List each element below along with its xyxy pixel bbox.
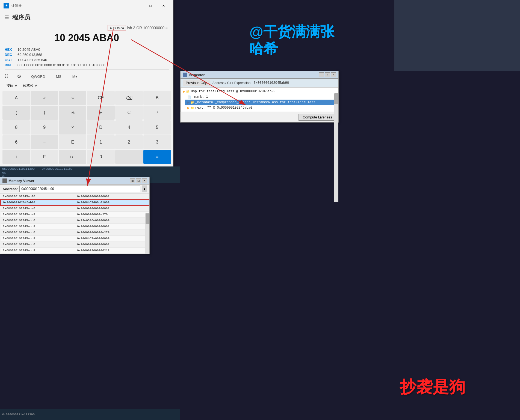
btn-ce[interactable]: CE — [87, 91, 114, 105]
tree-item-metadata[interactable]: ▶ 📁 _metadata._compressed_klass: Instanc… — [185, 100, 338, 105]
config-icon-button[interactable]: ⚙ — [15, 72, 23, 81]
btn-backspace[interactable]: ⌫ — [115, 91, 143, 105]
mv-val-4: 0x03e0586e00000000 — [75, 218, 149, 224]
btn-4[interactable]: 4 — [115, 120, 143, 135]
dec-row: DEC 69,260,913,568 — [5, 52, 169, 57]
calc-minimize-button[interactable]: ─ — [131, 1, 144, 10]
btn-8[interactable]: 8 — [2, 120, 30, 135]
btn-minus[interactable]: − — [31, 135, 58, 149]
insp-close-button[interactable]: ✕ — [331, 72, 336, 77]
mv-title-left: Memory Viewer — [2, 178, 34, 183]
btn-rshift[interactable]: » — [59, 91, 86, 105]
insp-icon — [183, 73, 187, 77]
bin-label: BIN — [5, 63, 14, 67]
mv-addr-6: 0x000000102045abc0 — [1, 230, 75, 236]
qword-button[interactable]: QWORD — [28, 73, 48, 80]
memory-viewer-window: Memory Viewer ⊞ ⊡ ✕ Address: ▲ 0x0000001… — [0, 177, 150, 254]
prev-oop-button[interactable]: Previous Oop — [183, 80, 210, 86]
tree-item-root[interactable]: ▶ 📁 Oop for test/TestClass @ 0x000000102… — [181, 89, 338, 94]
btn-percent[interactable]: % — [59, 106, 86, 120]
calc-expression-box: 408B574 — [108, 25, 126, 31]
tree-item-next[interactable]: ▶ 📁 next: "" @ 0x000000102045aba0 — [185, 105, 338, 111]
oct-label: OCT — [5, 58, 14, 62]
bitfield-icon-button[interactable]: ⠿ — [2, 72, 10, 81]
btn-0[interactable]: 0 — [87, 150, 114, 164]
bin-row: BIN 0001 0000 0010 0000 0100 0101 1010 1… — [5, 62, 169, 68]
btn-7[interactable]: 7 — [143, 106, 171, 120]
hex-row: HEX 10 2045 ABA0 — [5, 47, 169, 52]
btn-e[interactable]: E — [59, 135, 86, 149]
insp-titlebar: Inspector ─ □ ✕ — [181, 71, 338, 79]
tree-folder-icon-next: ▶ 📁 — [187, 106, 194, 110]
insp-scroll-thumb — [334, 93, 338, 104]
btn-d[interactable]: D — [87, 120, 114, 135]
mv-scroll-up-button[interactable]: ▲ — [142, 186, 147, 192]
btn-c[interactable]: C — [115, 106, 143, 120]
mv-addr-1: 0x000000102045ab98 — [1, 199, 75, 205]
oct-row: OCT 1 004 021 325 640 — [5, 57, 169, 62]
btn-9[interactable]: 9 — [31, 120, 58, 135]
btn-equals[interactable]: = — [143, 150, 171, 164]
insp-tree: ▶ 📁 Oop for test/TestClass @ 0x000000102… — [181, 87, 338, 112]
mv-row-7: 0x000000102045abc8 0x0408b57a00000000 — [1, 236, 149, 242]
btn-b[interactable]: B — [143, 91, 171, 105]
btn-2[interactable]: 2 — [115, 135, 143, 149]
mv-row-1-highlighted: 0x000000102045ab98 0x0408b57400c01000 — [1, 199, 149, 205]
btn-divide[interactable]: ÷ — [87, 106, 114, 120]
tree-folder-icon-metadata: ▶ 📁 — [187, 101, 194, 104]
btn-f[interactable]: F — [31, 150, 58, 164]
calc-close-button[interactable]: ✕ — [157, 1, 170, 10]
calc-main-result: 10 2045 ABA0 — [5, 31, 169, 45]
watermark-line1: @干货满满张 — [249, 23, 334, 40]
btn-open-paren[interactable]: ( — [2, 106, 30, 120]
calc-expression-rest: lsh 3 OR 1000000000 = — [127, 26, 168, 30]
hamburger-icon[interactable]: ☰ — [5, 14, 9, 20]
mv-resize-icon[interactable]: ⊞ — [130, 178, 135, 183]
insp-maximize-button[interactable]: □ — [325, 72, 330, 77]
calc-tools: ⠿ ⚙ QWORD MS M▾ — [0, 71, 173, 82]
btn-multiply[interactable]: × — [59, 120, 86, 135]
m-button[interactable]: M▾ — [69, 73, 81, 80]
mv-row-8: 0x000000102045abd0 0x0000000000000001 — [1, 242, 149, 248]
calc-subtitle: ☰ 程序员 — [0, 11, 173, 24]
mv-external-icon[interactable]: ⊡ — [136, 178, 141, 183]
calc-mode-title: 程序员 — [12, 13, 30, 22]
btn-a[interactable]: A — [2, 91, 30, 105]
btn-lshift[interactable]: « — [31, 91, 58, 105]
hex-row-1: 0x000000011e111390 0x000000011e111b0 — [2, 167, 178, 171]
calc-expression: 408B574 lsh 3 OR 1000000000 = — [5, 25, 169, 31]
bit-mode-dropdown[interactable]: 按位 ∨ — [5, 83, 19, 89]
watermark-line2: 哈希 — [249, 40, 334, 57]
btn-plusminus[interactable]: +/− — [59, 150, 86, 164]
bin-value: 0001 0000 0010 0000 0100 0101 1010 1011 … — [17, 63, 105, 67]
mv-table-container: 0x000000102045ab90 0x0000000000000001 0x… — [0, 193, 149, 254]
btn-plus[interactable]: + — [2, 150, 30, 164]
mv-table: 0x000000102045ab90 0x0000000000000001 0x… — [0, 193, 149, 254]
mv-icon — [2, 178, 7, 183]
insp-scrollbar[interactable] — [334, 93, 338, 202]
ms-button[interactable]: MS — [53, 73, 65, 80]
insp-minimize-button[interactable]: ─ — [319, 72, 324, 77]
btn-dot[interactable]: . — [115, 150, 143, 164]
btn-3[interactable]: 3 — [143, 135, 171, 149]
tree-item-mark[interactable]: 📄 _mark: 1 — [185, 94, 338, 100]
compute-liveness-button[interactable]: Compute Liveness — [299, 114, 336, 121]
mv-scrollbar[interactable] — [145, 213, 149, 254]
btn-5[interactable]: 5 — [143, 120, 171, 135]
btn-close-paren[interactable]: ) — [31, 106, 58, 120]
calc-maximize-button[interactable]: □ — [144, 1, 157, 10]
shift-mode-dropdown[interactable]: 位移位 ∨ — [21, 83, 39, 89]
hex-value: 10 2045 ABA0 — [17, 47, 40, 52]
mv-val-2: 0x0000000000000001 — [75, 205, 149, 212]
mv-row-3: 0x000000102045aba8 0x00000000000e270 — [1, 212, 149, 218]
tree-text-mark: _mark: 1 — [192, 95, 208, 99]
mv-val-5: 0x0000000000000001 — [75, 224, 149, 230]
watermark-bottom: 抄袭是狗 — [400, 376, 465, 398]
mv-close-button[interactable]: ✕ — [142, 178, 147, 183]
insp-address-value: 0x000000102045ab90 — [254, 81, 289, 85]
watermark-top: @干货满满张 哈希 — [249, 23, 334, 57]
mv-val-6: 0x000000000000e270 — [75, 230, 149, 236]
btn-1[interactable]: 1 — [87, 135, 114, 149]
mv-address-input[interactable] — [19, 186, 140, 192]
btn-6[interactable]: 6 — [2, 135, 30, 149]
